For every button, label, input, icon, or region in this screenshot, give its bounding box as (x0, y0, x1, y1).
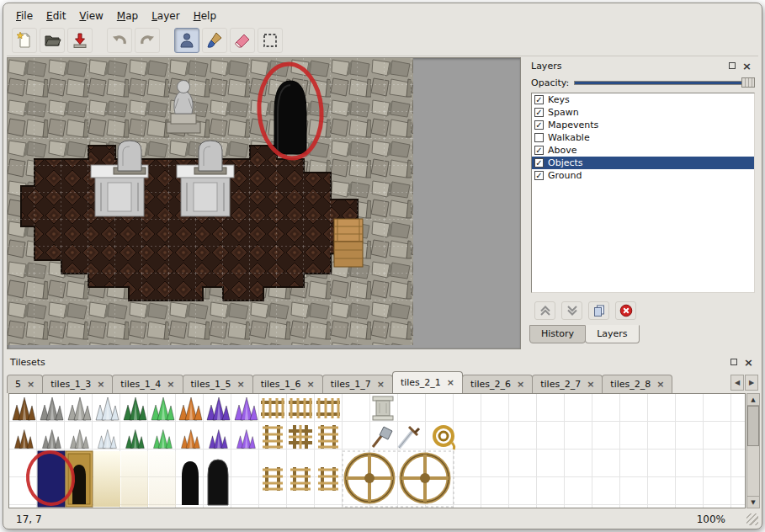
float-icon (730, 359, 737, 365)
new-button[interactable] (12, 28, 37, 53)
tileset-tab-tiles_2_7[interactable]: tiles_2_7× (532, 375, 603, 393)
map-viewport[interactable] (7, 57, 521, 349)
crate (334, 219, 363, 267)
layer-visibility-checkbox[interactable] (534, 133, 544, 142)
layer-row-spawn[interactable]: ✓Spawn (532, 106, 754, 119)
layer-visibility-checkbox[interactable]: ✓ (534, 146, 544, 155)
undo-icon (110, 31, 129, 50)
tab-close-icon[interactable]: × (377, 380, 385, 389)
opacity-row: Opacity: (531, 76, 755, 89)
tileset-tab-label: tiles_2_6 (470, 379, 511, 390)
menu-edit[interactable]: Edit (40, 8, 72, 24)
float-panel-button[interactable] (727, 356, 740, 369)
menu-view[interactable]: View (73, 8, 109, 24)
delete-icon (619, 304, 633, 317)
duplicate-icon (592, 304, 606, 317)
scroll-down-button[interactable]: ▼ (747, 496, 759, 508)
dock-tabbar: History Layers (529, 325, 639, 343)
layers-list[interactable]: ✓Keys✓Spawn✓MapeventsWalkable✓Above✓Obje… (531, 93, 755, 293)
layer-visibility-checkbox[interactable]: ✓ (534, 120, 544, 130)
menu-help[interactable]: Help (188, 8, 222, 24)
tileset-tab-5[interactable]: 5× (7, 375, 43, 393)
tileset-tab-tiles_1_3[interactable]: tiles_1_3× (42, 375, 113, 393)
layer-row-objects[interactable]: ✓Objects (532, 157, 754, 169)
redo-button[interactable] (135, 28, 160, 53)
layer-visibility-checkbox[interactable]: ✓ (534, 108, 544, 117)
scrollbar-thumb[interactable] (747, 406, 759, 446)
layer-name: Spawn (548, 107, 579, 118)
layer-name: Objects (548, 157, 583, 168)
tileset-tab-tiles_1_6[interactable]: tiles_1_6× (252, 375, 323, 393)
round-track-tile-b (401, 455, 449, 502)
layers-panel: Layers × Opacity: ✓Keys✓Spawn✓MapeventsW… (526, 57, 760, 349)
layers-panel-title: Layers (531, 61, 723, 72)
layer-name: Ground (548, 170, 582, 181)
tileset-tab-label: tiles_1_3 (50, 379, 91, 390)
stamp-tool-icon (178, 31, 196, 50)
open-button[interactable] (40, 28, 65, 53)
tileset-image[interactable] (9, 394, 746, 508)
menu-file[interactable]: File (10, 8, 39, 24)
layer-row-mapevents[interactable]: ✓Mapevents (532, 119, 754, 131)
tilesets-panel-title: Tilesets (10, 357, 725, 368)
duplicate-layer-button[interactable] (588, 301, 609, 320)
tileset-tab-tiles_1_4[interactable]: tiles_1_4× (112, 375, 183, 393)
slider-fill (575, 82, 742, 84)
tileset-canvas[interactable] (8, 393, 746, 508)
tab-close-icon[interactable]: × (236, 380, 244, 389)
tab-close-icon[interactable]: × (167, 380, 174, 389)
layer-visibility-checkbox[interactable]: ✓ (534, 171, 544, 180)
menu-map[interactable]: Map (111, 8, 144, 24)
tab-close-icon[interactable]: × (517, 380, 524, 389)
eraser-tool-button[interactable] (230, 28, 255, 53)
application-window: FileEditViewMapLayerHelp (3, 3, 762, 529)
status-bar: 17, 7 100% (3, 509, 762, 529)
gravestone-left (114, 141, 146, 174)
tab-close-icon[interactable]: × (97, 380, 104, 389)
tab-close-icon[interactable]: × (447, 378, 454, 387)
tileset-tab-tiles_2_6[interactable]: tiles_2_6× (462, 375, 533, 393)
undo-button[interactable] (107, 28, 132, 53)
scroll-up-button[interactable]: ▲ (747, 394, 759, 406)
float-panel-button[interactable] (725, 60, 738, 72)
tileset-tab-tiles_2_8[interactable]: tiles_2_8× (602, 375, 672, 393)
delete-layer-button[interactable] (615, 301, 636, 320)
map-canvas[interactable] (8, 58, 413, 345)
tileset-scrollbar[interactable]: ▲ ▼ (746, 393, 760, 508)
tab-close-icon[interactable]: × (656, 380, 664, 389)
layer-visibility-checkbox[interactable]: ✓ (534, 95, 544, 104)
layer-row-ground[interactable]: ✓Ground (532, 169, 754, 182)
slider-handle[interactable] (741, 77, 755, 88)
tab-layers[interactable]: Layers (585, 325, 639, 343)
tileset-tab-tiles_2_1[interactable]: tiles_2_1× (392, 371, 463, 393)
save-button[interactable] (67, 28, 93, 53)
selection-tool-icon (261, 31, 279, 50)
gravestone-right (194, 141, 226, 174)
layer-row-walkable[interactable]: Walkable (532, 131, 754, 144)
layer-row-above[interactable]: ✓Above (532, 144, 754, 157)
raise-layer-button[interactable] (534, 301, 555, 320)
tileset-tab-tiles_1_5[interactable]: tiles_1_5× (183, 375, 253, 393)
tilesets-panel: Tilesets × 5×tiles_1_3×tiles_1_4×tiles_1… (5, 354, 762, 510)
layer-row-keys[interactable]: ✓Keys (532, 93, 754, 106)
resize-grip[interactable] (746, 513, 758, 525)
tab-scroll-right-button[interactable]: ▶ (745, 375, 758, 391)
brush-tool-button[interactable] (202, 28, 227, 53)
selection-tool-button[interactable] (258, 28, 283, 53)
lower-layer-button[interactable] (561, 301, 582, 320)
tab-close-icon[interactable]: × (587, 380, 594, 389)
close-panel-button[interactable]: × (742, 356, 755, 369)
stamp-tool-button[interactable] (174, 28, 199, 53)
tab-close-icon[interactable]: × (27, 380, 35, 389)
chevron-up-icon (539, 304, 552, 317)
tileset-tab-tiles_1_7[interactable]: tiles_1_7× (322, 375, 393, 393)
tab-history[interactable]: History (529, 325, 586, 343)
tab-close-icon[interactable]: × (307, 380, 315, 389)
layer-visibility-checkbox[interactable]: ✓ (534, 158, 544, 168)
menu-layer[interactable]: Layer (146, 8, 185, 24)
opacity-slider[interactable] (574, 77, 755, 88)
tab-scroll-left-button[interactable]: ◀ (730, 375, 744, 391)
scrollbar-track[interactable] (747, 406, 759, 496)
close-panel-button[interactable]: × (741, 60, 753, 72)
cursor-coordinates: 17, 7 (16, 513, 42, 525)
